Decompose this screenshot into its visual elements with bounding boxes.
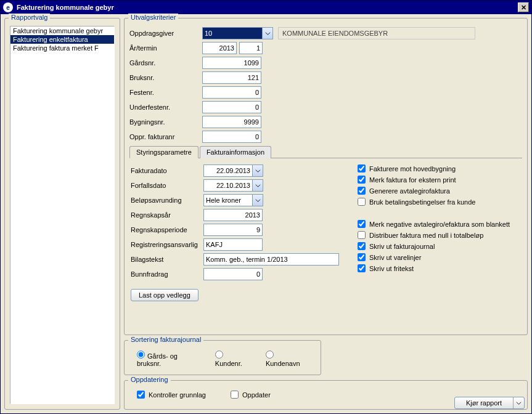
forfall-combo[interactable] (203, 179, 263, 192)
oppr-label: Oppr. fakturanr (129, 133, 202, 140)
window-title: Fakturering kommunale gebyr (17, 4, 518, 11)
update-legend: Oppdatering (128, 376, 171, 383)
list-item[interactable]: Fakturering kommunale gebyr (10, 26, 114, 35)
termin-input[interactable] (239, 42, 263, 54)
run-report-label: Kjør rapport (455, 397, 513, 408)
fakturadato-combo[interactable] (203, 164, 263, 177)
check-avtalegiro[interactable] (358, 187, 366, 195)
radio-label: Kundenr. (215, 360, 242, 367)
gard-label: Gårdsnr. (129, 59, 202, 67)
feste-label: Festenr. (129, 89, 202, 96)
regnar-input[interactable] (203, 209, 263, 221)
regnper-label: Regnskapsperiode (131, 226, 203, 233)
chevron-down-icon[interactable] (252, 165, 263, 176)
bilag-input[interactable] (203, 253, 339, 266)
bruk-label: Bruksnr. (129, 74, 202, 81)
under-label: Underfestenr. (129, 104, 202, 111)
check-fritekst[interactable] (358, 264, 366, 272)
check-label: Merk negative avtalegiro/efaktura som bl… (369, 221, 510, 228)
check-varelinjer[interactable] (358, 253, 366, 261)
feste-input[interactable] (202, 86, 261, 99)
check-label: Generere avtalegirofaktura (369, 187, 450, 195)
byg-label: Bygningsnr. (129, 118, 202, 126)
list-item[interactable]: Fakturering enkeltfaktura (10, 35, 114, 44)
list-item[interactable]: Fakturering faktura merket F (10, 44, 114, 52)
check-label: Skriv ut varelinjer (369, 254, 421, 261)
oppr-input[interactable] (202, 131, 261, 143)
check-label: Distribuer faktura med null i totalbeløp (369, 232, 483, 239)
regnper-input[interactable] (203, 224, 263, 236)
tab-invoiceinfo[interactable]: Fakturainformasjon (200, 146, 271, 158)
bunn-input[interactable] (203, 268, 263, 280)
oppdragsgiver-input[interactable] (203, 28, 262, 39)
close-icon: ✕ (521, 4, 526, 12)
check-label: Skriv ut fritekst (369, 265, 414, 272)
regansv-label: Registreringsansvarlig (131, 241, 203, 248)
oppdragsgiver-desc: KOMMUNALE EIENDOMSGEBYR (278, 27, 475, 39)
tab-parameters[interactable]: Styringsparametre (129, 146, 198, 158)
upload-attachment-button[interactable]: Last opp vedlegg (131, 289, 198, 301)
sort-legend: Sortering fakturajournal (128, 336, 203, 343)
check-label: Skriv ut fakturajournal (369, 243, 435, 250)
check-label: Fakturere mot hovedbygning (369, 165, 456, 172)
check-negative-blankett[interactable] (358, 220, 366, 228)
ar-input[interactable] (202, 42, 237, 54)
oppdragsgiver-combo[interactable] (202, 27, 273, 39)
check-fakturajournal[interactable] (358, 242, 366, 250)
criteria-legend: Utvalgskriterier (128, 14, 178, 21)
bruk-input[interactable] (202, 71, 261, 84)
check-label: Kontroller grunnlag (149, 391, 206, 399)
sidebar-legend: Rapportvalg (9, 14, 50, 21)
radio-kundenr[interactable]: Kundenr. (215, 351, 251, 367)
byg-input[interactable] (202, 116, 261, 128)
under-input[interactable] (202, 101, 261, 113)
ar-label: År/termin (129, 44, 202, 52)
belop-input[interactable] (204, 195, 252, 206)
check-kontroller[interactable]: Kontroller grunnlag (137, 391, 206, 399)
forfall-input[interactable] (204, 180, 252, 191)
run-report-button[interactable]: Kjør rapport (454, 397, 525, 409)
check-label: Bruk betalingsbetingelser fra kunde (369, 198, 475, 206)
fakturadato-input[interactable] (204, 165, 252, 176)
check-oppdater[interactable]: Oppdater (231, 391, 271, 399)
radio-gardbruk[interactable]: Gårds- og bruksnr. (137, 351, 200, 367)
bunn-label: Bunnfradrag (131, 270, 203, 278)
chevron-down-icon[interactable] (252, 195, 263, 206)
title-bar: e Fakturering kommunale gebyr ✕ (1, 1, 531, 14)
fakturadato-label: Fakturadato (131, 167, 203, 174)
belop-combo[interactable] (203, 194, 263, 206)
check-ekstern-print[interactable] (358, 176, 366, 184)
radio-label: Kundenavn (266, 360, 300, 367)
close-button[interactable]: ✕ (518, 2, 529, 12)
check-null-total[interactable] (358, 231, 366, 239)
regnar-label: Regnskapsår (131, 211, 203, 219)
gard-input[interactable] (202, 57, 261, 69)
oppdragsgiver-label: Oppdragsgiver (129, 30, 202, 37)
forfall-label: Forfallsdato (131, 182, 203, 189)
regansv-input[interactable] (203, 238, 263, 251)
belop-label: Beløpsavrunding (131, 197, 203, 204)
chevron-down-icon[interactable] (262, 28, 272, 39)
radio-kundenavn[interactable]: Kundenavn (266, 351, 308, 367)
upload-attachment-label: Last opp vedlegg (139, 291, 190, 299)
check-betalingsbetingelser[interactable] (358, 198, 366, 206)
chevron-down-icon[interactable] (513, 397, 524, 408)
report-listbox[interactable]: Fakturering kommunale gebyr Fakturering … (10, 26, 115, 404)
check-label: Merk faktura for ekstern print (369, 176, 456, 184)
chevron-down-icon[interactable] (252, 180, 263, 191)
check-hovedbygning[interactable] (358, 164, 366, 172)
check-label: Oppdater (242, 391, 271, 399)
app-icon: e (3, 2, 13, 12)
bilag-label: Bilagstekst (131, 256, 203, 263)
